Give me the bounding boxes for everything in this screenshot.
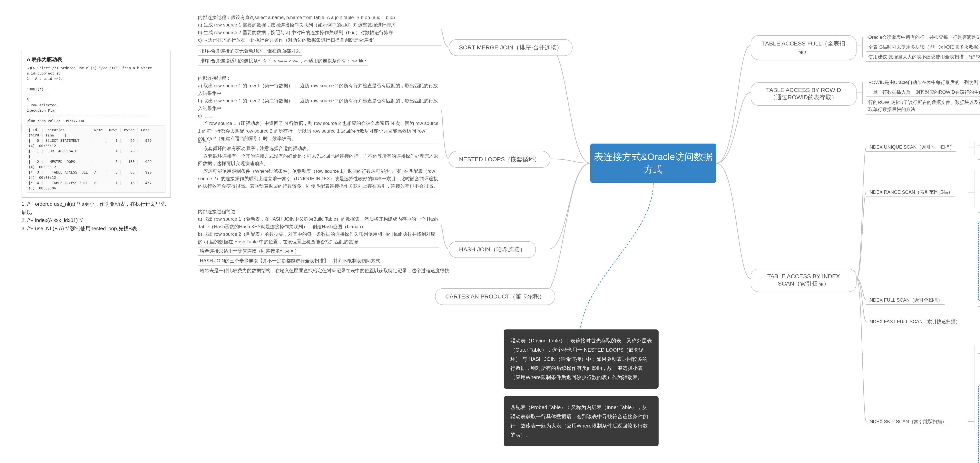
- full-l2: 全表扫描时可以使用多块读（即一次I/O读取多块数据块）操作，提升吞吐量；: [866, 43, 980, 52]
- probed-table-box: 匹配表（Probed Table）：又称为内层表（Inner Table），从驱…: [504, 396, 659, 446]
- center-node[interactable]: 表连接方式&Oracle访问数据方式: [590, 144, 716, 183]
- node-hash-join[interactable]: HASH JOIN（哈希连接）: [449, 241, 536, 258]
- unique-l2: 特点：针对唯一性索引（UNIQUE INDEX）的扫描，每次至多只返回一条记录: [978, 151, 980, 160]
- node-sort-merge[interactable]: SORT MERGE JOIN（排序-合并连接）: [449, 39, 573, 56]
- skip-mid: 当Oracle发现前导列的唯一值个数很少时，会将每个唯一值都作为常规扫描的入口，…: [978, 363, 980, 379]
- sortmerge-leaf1: 排序-合并连接的表无驱动顺序，谁在前面都可以: [198, 47, 302, 56]
- idxfast-l1: 扫描索引中的所有的数据块，与 INDEX FULL SCAN 类似，但是一个【显…: [978, 312, 980, 328]
- node-index-scan[interactable]: TABLE ACCESS BY INDEX SCAN（索引扫描）: [751, 269, 856, 292]
- unique-l1: 发生索引唯一扫描的情况: [978, 137, 980, 146]
- nested-process: 内部连接过程： a) 取出 row source 1 的 row 1（第一行数据…: [198, 75, 439, 144]
- idx-range[interactable]: INDEX RANGE SCAN（索引范围扫描）: [866, 188, 955, 197]
- left-sql-panel: A 表作为驱动表 SQL> Select /*+ ordered use_nl(…: [22, 51, 170, 198]
- nested-ext: 延伸： 嵌套循环的表有驱动顺序，注意选择合适的驱动表。 嵌套循环连接有一个其他连…: [198, 137, 439, 192]
- sortmerge-process: 内部连接过程：假设有查询select a.name, b.name from t…: [198, 14, 441, 46]
- panel-title: A 表作为驱动表: [27, 56, 165, 63]
- full-l3: 使用建议 数据量太大的表不建议使用全表扫描，除非本身需要取出的数据较多，占到表数…: [866, 53, 980, 62]
- range-l2: 特点：使用一个索引存取多行数据: [978, 204, 980, 212]
- idx-unique[interactable]: INDEX UNIQUE SCAN（索引唯一扫描）: [866, 143, 956, 152]
- skip-after: Oracle 9i后提供，有时候复合索引的前导列（索引包含的第一列）没有在查询语…: [978, 410, 980, 426]
- driving-table-box: 驱动表（Driving Table）：表连接时首先存取的表，又称外层表（Oute…: [504, 329, 659, 389]
- hash-leaf2: HASH JOIN的三个步骤连接【并不一定是都能进行全表扫描】，其并不限制表访问…: [198, 257, 382, 265]
- rowid-l2: 一旦一行数据插入后，则其对应的ROWID在该行的生命周期内是唯一的，即使发生行迁…: [866, 88, 980, 97]
- sortmerge-leaf2: 排序-合并连接适用的连接条件有： < <= = > >= ，不适用的连接条件有：…: [198, 57, 368, 65]
- idx-full[interactable]: INDEX FULL SCAN（索引全扫描）: [866, 296, 945, 305]
- hints-note: 1. /*+ ordered use_nl(a) */ a更小，作为驱动表，在执…: [22, 200, 170, 233]
- plan-table: | Id | Operation | Name | Rows | Bytes |…: [27, 126, 165, 193]
- range-l1: 发生索引范围扫描的情况: [978, 182, 980, 191]
- idx-fastfull[interactable]: INDEX FAST FULL SCAN（索引快速扫描）: [866, 318, 962, 326]
- plan-rows: | Id | Operation | Name | Rows | Bytes |…: [29, 127, 164, 191]
- skip-pre: 前提条件：表有一个复合索引，且在查询时有除了前导列（索引中第一列）外的其他列作为…: [978, 337, 980, 354]
- idx-skip[interactable]: INDEX SKIP SCAN（索引跳跃扫描）: [866, 418, 949, 426]
- node-cartesian[interactable]: CARTESIAN PRODUCT（笛卡尔积）: [435, 288, 555, 305]
- full-l1: Oracle会读取表中所有的行，并检查每一行是否满足SQL语句中的 Where …: [866, 34, 980, 42]
- panel-sql: SQL> Select /*+ ordered use_nl(a) */coun…: [27, 65, 165, 108]
- node-full-scan[interactable]: TABLE ACCESS FULL（全表扫描）: [751, 35, 856, 60]
- rowid-l1: ROWID是由Oracle自动加在表中每行最后的一列伪列，既然是伪列，就说明表中…: [866, 78, 980, 87]
- cbo-note-box: Oracle中的优化器是SQL分析和执行的优化工具，已负责生成、制定SQL的执行…: [978, 222, 980, 301]
- panel-plantitle: Execution Plan -------------------------…: [27, 108, 165, 123]
- idxfull-l1: 进行全索引扫描时，查询出的数据都必须从索引中可以直接得到（注意全索引扫描只有在C…: [978, 290, 980, 307]
- node-rowid[interactable]: TABLE ACCESS BY ROWID（通过ROWID的表存取）: [751, 82, 856, 106]
- node-nested-loops[interactable]: NESTED LOOPS（嵌套循环）: [449, 151, 550, 168]
- hash-leaf3: 哈希表是一种比较费力的数据结构，在输入值匪匪查找给定值对应记录在表中的位置以获取…: [198, 267, 451, 275]
- hash-leaf1: 哈希连接只适用于等值连接（即连接条件为 = ）: [198, 247, 301, 256]
- rowid-l3: 行的ROWID指出了该行所在的数据文件、数据块以及行在该块中的位置，所以通过RO…: [866, 98, 980, 115]
- hash-process: 内部连接过程简述： a) 取出 row source 1（驱动表，在HASH J…: [198, 208, 439, 247]
